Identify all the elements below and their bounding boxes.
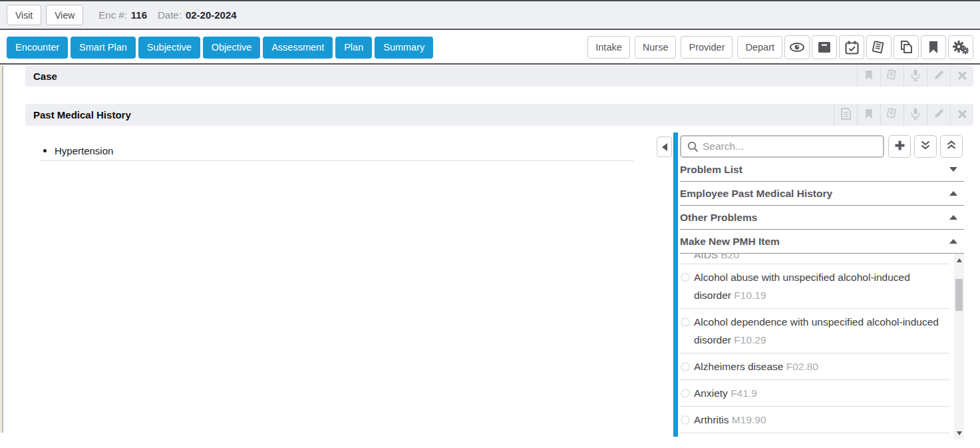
radio-icon[interactable]: [681, 389, 690, 398]
microphone-icon: [911, 69, 920, 84]
problem-code: F10.29: [734, 334, 766, 345]
list-item[interactable]: Arthritis M19.90: [680, 407, 949, 433]
archive-box-icon: [818, 41, 831, 54]
tab-encounter[interactable]: Encounter: [7, 37, 68, 59]
bookmark-icon: [864, 70, 874, 83]
pmh-close-button[interactable]: [950, 104, 973, 126]
book-button[interactable]: [866, 35, 892, 59]
pmh-document-button[interactable]: [834, 104, 857, 126]
triangle-up-icon: [957, 258, 962, 262]
book-icon: [886, 108, 898, 122]
pmh-bookmark-button[interactable]: [857, 104, 880, 126]
scrollbar-thumb[interactable]: [955, 279, 963, 311]
case-bookmark-button[interactable]: [857, 66, 880, 87]
ehr-encounter-screen: Visit View Enc #:116 Date:02-20-2024 Enc…: [0, 0, 980, 448]
case-dictate-button[interactable]: [903, 66, 927, 87]
tab-objective[interactable]: Objective: [203, 37, 260, 59]
problem-code: B20: [721, 254, 740, 260]
scroll-down-arrow[interactable]: [954, 428, 964, 438]
group-label: Employee Past Medical History: [680, 188, 832, 200]
pmh-item-label: Hypertension: [55, 145, 113, 156]
nurse-button[interactable]: Nurse: [635, 36, 677, 59]
calendar-check-button[interactable]: [839, 35, 864, 59]
tab-summary[interactable]: Summary: [375, 37, 433, 59]
bookmark-button[interactable]: [921, 35, 946, 59]
radio-icon[interactable]: [681, 318, 690, 327]
book-icon: [886, 69, 898, 83]
tab-subjective[interactable]: Subjective: [138, 37, 200, 59]
eye-icon: [789, 41, 805, 54]
panel-search-row: [680, 132, 964, 158]
pmh-section-actions: [834, 104, 973, 126]
chevron-down-icon: [949, 167, 957, 172]
radio-icon[interactable]: [681, 362, 690, 371]
settings-button[interactable]: [948, 35, 973, 59]
depart-button[interactable]: Depart: [737, 36, 782, 59]
pmh-section-bar: Past Medical History: [25, 104, 973, 126]
pmh-section-title: Past Medical History: [33, 109, 131, 120]
search-box: [680, 135, 884, 158]
panel-collapse-button[interactable]: [657, 136, 672, 157]
radio-icon[interactable]: [681, 273, 690, 282]
problem-code: F41.9: [731, 387, 757, 399]
copy-icon: [899, 40, 913, 55]
problem-list-area: AIDS B20 Alcohol abuse with unspecified …: [680, 254, 964, 433]
add-problem-button[interactable]: [888, 135, 911, 158]
group-label: Other Problems: [680, 212, 757, 224]
provider-button[interactable]: Provider: [681, 36, 733, 59]
problem-name: Alcohol abuse with unspecified alcohol-i…: [694, 272, 910, 301]
pmh-book-button[interactable]: [880, 104, 903, 126]
group-problem-list[interactable]: Problem List: [680, 158, 964, 182]
triangle-down-icon: [957, 431, 962, 435]
view-button[interactable]: View: [46, 5, 83, 25]
tab-assessment[interactable]: Assessment: [263, 37, 333, 59]
top-bar: Visit View Enc #:116 Date:02-20-2024: [0, 0, 980, 30]
group-make-new-pmh-item[interactable]: Make New PMH Item: [680, 230, 964, 254]
case-book-button[interactable]: [880, 66, 903, 87]
pmh-dictate-button[interactable]: [903, 104, 927, 126]
bookmark-icon: [864, 109, 874, 122]
microphone-icon: [911, 108, 920, 122]
calendar-check-icon: [845, 41, 859, 55]
radio-icon[interactable]: [681, 415, 690, 425]
problem-search-panel: Problem List Employee Past Medical Histo…: [680, 132, 964, 439]
gears-icon: [953, 40, 969, 55]
problem-name: Alzheimers disease: [694, 361, 783, 372]
chevron-left-icon: [662, 143, 667, 151]
list-item[interactable]: Alzheimers disease F02.80: [680, 353, 949, 380]
expand-all-button[interactable]: [914, 135, 937, 158]
bullet-icon: [43, 149, 47, 152]
list-item[interactable]: Anxiety F41.9: [680, 380, 949, 407]
double-chevron-down-icon: [920, 140, 931, 153]
close-icon: [958, 109, 967, 121]
archive-button[interactable]: [812, 35, 837, 59]
tab-plan[interactable]: Plan: [335, 37, 372, 59]
list-item-clipped[interactable]: AIDS B20: [680, 254, 949, 264]
date-label: Date:02-20-2024: [158, 9, 237, 21]
list-item[interactable]: Alcohol dependence with unspecified alco…: [680, 309, 949, 353]
case-edit-button[interactable]: [927, 66, 950, 87]
chevron-up-icon: [949, 239, 957, 244]
pmh-edit-button[interactable]: [927, 104, 950, 126]
tab-smart-plan[interactable]: Smart Plan: [71, 37, 136, 59]
case-section-title: Case: [33, 71, 57, 82]
problem-name: Arthritis: [694, 414, 729, 425]
group-employee-pmh[interactable]: Employee Past Medical History: [680, 182, 964, 206]
panel-accent-bar: [673, 132, 678, 437]
pmh-list-item-hypertension[interactable]: Hypertension: [40, 140, 633, 161]
eye-button[interactable]: [784, 35, 810, 59]
search-input[interactable]: [703, 136, 882, 156]
list-item[interactable]: Alcohol abuse with unspecified alcohol-i…: [680, 264, 949, 309]
scroll-up-arrow[interactable]: [954, 255, 964, 265]
visit-button[interactable]: Visit: [7, 5, 41, 25]
chevron-up-icon: [949, 191, 957, 196]
problem-code: M19.90: [732, 414, 766, 425]
pencil-icon: [933, 70, 944, 83]
group-other-problems[interactable]: Other Problems: [680, 206, 964, 230]
collapse-all-button[interactable]: [940, 135, 963, 158]
case-close-button[interactable]: [950, 66, 973, 87]
copy-button[interactable]: [894, 35, 919, 59]
intake-button[interactable]: Intake: [587, 36, 630, 59]
book-icon: [872, 41, 886, 55]
list-scrollbar[interactable]: [954, 254, 964, 439]
